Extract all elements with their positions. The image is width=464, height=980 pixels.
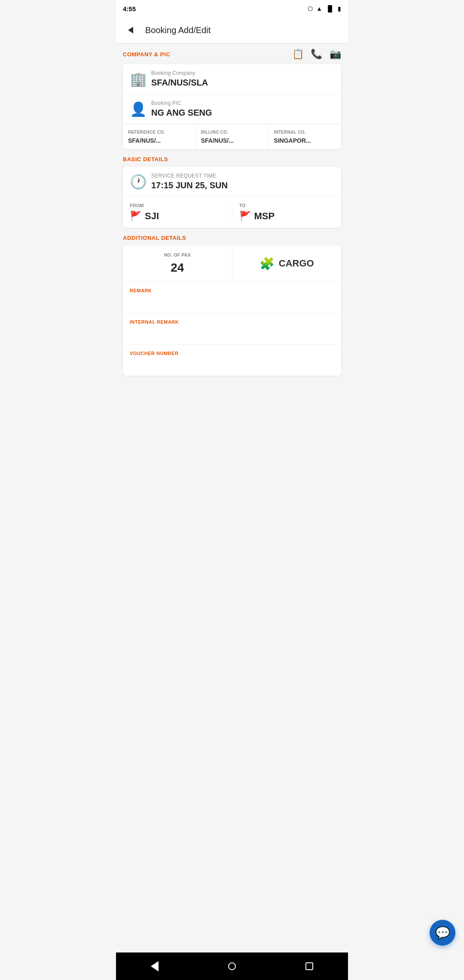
to-flag-icon: 🚩 xyxy=(239,211,251,222)
internal-co-label: INTERNAL CO. xyxy=(274,130,336,135)
additional-details-section-heading: ADDITIONAL DETAILS xyxy=(123,235,341,241)
notification-icon: ⬡ xyxy=(308,5,313,12)
remark-value xyxy=(130,297,334,307)
cargo-label: CARGO xyxy=(279,258,314,269)
wifi-icon: ▲ xyxy=(316,5,322,12)
basic-details-section-heading: BASIC DETAILS xyxy=(123,156,341,162)
from-col[interactable]: FROM 🚩 SJI xyxy=(130,203,232,222)
voucher-number-section[interactable]: VOUCHER NUMBER xyxy=(123,345,341,376)
camera-icon[interactable]: 📷 xyxy=(330,49,342,60)
internal-remark-value xyxy=(130,328,334,338)
status-bar: 4:55 ⬡ ▲ ▐▌ ▮ xyxy=(116,0,348,17)
company-pic-actions: 📋 📞 📷 xyxy=(292,49,342,60)
internal-co-value: SINGAPOR... xyxy=(274,137,336,144)
billing-co-value: SFA/NUS/... xyxy=(201,137,263,144)
reference-co-label: REFERENCE CO. xyxy=(128,130,190,135)
company-pic-label: COMPANY & PIC xyxy=(123,51,170,58)
page-title: Booking Add/Edit xyxy=(145,25,211,35)
service-request-time-row[interactable]: 🕐 SERVICE REQUEST TIME 17:15 JUN 25, SUN xyxy=(123,167,341,197)
to-value-container: 🚩 MSP xyxy=(239,211,335,222)
service-request-time-content: SERVICE REQUEST TIME 17:15 JUN 25, SUN xyxy=(151,173,334,190)
back-button[interactable] xyxy=(123,22,138,38)
contacts-icon[interactable]: 📋 xyxy=(292,49,304,60)
back-arrow-icon xyxy=(128,27,133,34)
cargo-cell[interactable]: 🧩 CARGO xyxy=(232,245,342,282)
from-label: FROM xyxy=(130,203,225,208)
from-code: SJI xyxy=(145,211,159,222)
booking-pic-row[interactable]: 👤 Booking PIC NG ANG SENG xyxy=(123,94,341,124)
booking-company-value: SFA/NUS/SLA xyxy=(151,78,334,88)
billing-co-label: BILLING CO. xyxy=(201,130,263,135)
voucher-number-label: VOUCHER NUMBER xyxy=(130,351,334,356)
voucher-number-value xyxy=(130,359,334,370)
signal-icon: ▐▌ xyxy=(326,5,334,12)
company-pic-section-heading: COMPANY & PIC 📋 📞 📷 xyxy=(123,49,341,60)
from-to-row: FROM 🚩 SJI TO 🚩 MSP xyxy=(123,197,341,228)
from-value-container: 🚩 SJI xyxy=(130,211,225,222)
pax-cell[interactable]: NO. OF PAX 24 xyxy=(123,245,232,282)
booking-pic-label: Booking PIC xyxy=(151,100,334,106)
puzzle-icon: 🧩 xyxy=(259,257,275,271)
ref-billing-internal-row: REFERENCE CO. SFA/NUS/... BILLING CO. SF… xyxy=(123,124,341,149)
header: Booking Add/Edit xyxy=(116,17,348,43)
pax-cargo-row: NO. OF PAX 24 🧩 CARGO xyxy=(123,245,341,282)
main-content: COMPANY & PIC 📋 📞 📷 🏢 Booking Company SF… xyxy=(116,43,348,417)
basic-details-card: 🕐 SERVICE REQUEST TIME 17:15 JUN 25, SUN… xyxy=(123,167,341,228)
battery-icon: ▮ xyxy=(338,5,341,12)
service-request-time-value: 17:15 JUN 25, SUN xyxy=(151,181,334,190)
service-request-time-label: SERVICE REQUEST TIME xyxy=(151,173,334,179)
from-flag-icon: 🚩 xyxy=(130,211,141,222)
reference-co-cell[interactable]: REFERENCE CO. SFA/NUS/... xyxy=(123,125,196,149)
pax-value: 24 xyxy=(130,261,225,275)
booking-pic-value: NG ANG SENG xyxy=(151,108,334,118)
booking-company-content: Booking Company SFA/NUS/SLA xyxy=(151,70,334,88)
internal-remark-section[interactable]: INTERNAL REMARK xyxy=(123,313,341,345)
booking-company-label: Booking Company xyxy=(151,70,334,76)
booking-company-row[interactable]: 🏢 Booking Company SFA/NUS/SLA xyxy=(123,64,341,94)
pax-label: NO. OF PAX xyxy=(130,252,225,257)
additional-details-label: ADDITIONAL DETAILS xyxy=(123,235,186,241)
additional-details-card: NO. OF PAX 24 🧩 CARGO REMARK INTERNAL RE… xyxy=(123,245,341,376)
status-icons: ⬡ ▲ ▐▌ ▮ xyxy=(308,5,341,12)
basic-details-label: BASIC DETAILS xyxy=(123,156,168,162)
building-icon: 🏢 xyxy=(130,71,145,87)
remark-section[interactable]: REMARK xyxy=(123,282,341,313)
company-pic-card: 🏢 Booking Company SFA/NUS/SLA 👤 Booking … xyxy=(123,64,341,149)
clock-icon: 🕐 xyxy=(130,174,145,190)
booking-pic-content: Booking PIC NG ANG SENG xyxy=(151,100,334,118)
to-label: TO xyxy=(239,203,335,208)
reference-co-value: SFA/NUS/... xyxy=(128,137,190,144)
internal-co-cell[interactable]: INTERNAL CO. SINGAPOR... xyxy=(269,125,341,149)
to-code: MSP xyxy=(254,211,275,222)
person-icon: 👤 xyxy=(130,101,145,117)
billing-co-cell[interactable]: BILLING CO. SFA/NUS/... xyxy=(196,125,269,149)
internal-remark-label: INTERNAL REMARK xyxy=(130,319,334,325)
status-time: 4:55 xyxy=(123,5,136,12)
phone-icon[interactable]: 📞 xyxy=(311,49,323,60)
remark-label: REMARK xyxy=(130,288,334,293)
to-col[interactable]: TO 🚩 MSP xyxy=(232,203,335,222)
